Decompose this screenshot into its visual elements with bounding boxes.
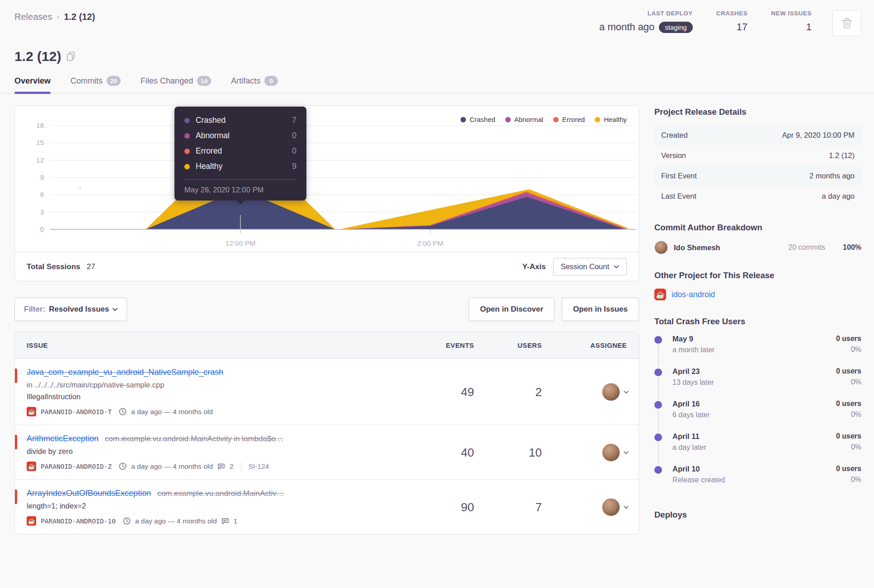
- legend-errored[interactable]: Errored: [553, 116, 585, 123]
- tab-commits-label: Commits: [70, 76, 103, 86]
- java-platform-icon: ☕: [654, 289, 666, 300]
- other-project-link[interactable]: idos-android: [672, 290, 715, 299]
- legend-abnormal[interactable]: Abnormal: [505, 116, 543, 123]
- filter-prefix: Filter:: [24, 305, 45, 314]
- open-in-discover-button[interactable]: Open in Discover: [469, 298, 554, 321]
- issues-filter-dropdown[interactable]: Filter: Resolved Issues: [14, 298, 127, 321]
- svg-text:12:00 PM: 12:00 PM: [226, 239, 255, 247]
- authors-title: Commit Author Breakdown: [654, 223, 861, 233]
- page-title: 1.2 (12): [14, 49, 61, 64]
- issue-title-link[interactable]: ArrayIndexOutOfBoundsException: [27, 489, 151, 498]
- detail-label: Last Event: [661, 192, 696, 201]
- tooltip-errored-value: 0: [292, 146, 296, 156]
- timeline-dot: [654, 336, 662, 344]
- issue-users-count: 2: [489, 385, 557, 399]
- sessions-chart-card: 18 15 12 9 6 3 0 0: [14, 105, 639, 281]
- chevron-down-icon[interactable]: [624, 391, 629, 394]
- col-users: Users: [489, 341, 557, 349]
- project-slug[interactable]: PARANOID-ANDROID-10: [41, 518, 116, 525]
- clock-icon: [123, 517, 131, 525]
- yaxis-label: Y-Axis: [522, 262, 546, 271]
- java-platform-icon: ☕: [27, 407, 36, 416]
- chevron-down-icon[interactable]: [624, 451, 629, 454]
- tab-artifacts[interactable]: Artifacts 0: [231, 76, 278, 93]
- author-name: Ido Shemesh: [674, 243, 782, 252]
- stat-last-deploy-value: a month ago: [599, 21, 654, 33]
- tooltip-abnormal-label: Abnormal: [196, 131, 286, 140]
- tooltip-crashed-dot: [184, 118, 190, 123]
- comments-icon: [217, 463, 225, 470]
- faint-zero-label: 0: [78, 184, 81, 191]
- project-slug[interactable]: PARANOID-ANDROID-T: [41, 408, 112, 415]
- timeline-percent: 0%: [836, 476, 861, 484]
- assignee-avatar[interactable]: [602, 498, 620, 516]
- detail-value: 2 months ago: [809, 172, 855, 180]
- assignee-avatar[interactable]: [602, 383, 620, 401]
- project-slug[interactable]: PARANOID-ANDROID-Z: [41, 463, 112, 470]
- breadcrumb-releases-link[interactable]: Releases: [14, 12, 52, 22]
- legend-healthy-dot: [595, 117, 600, 122]
- filter-value: Resolved Issues: [49, 305, 109, 314]
- timeline-sub: Release created: [672, 476, 725, 484]
- timeline-dot: [654, 369, 662, 376]
- timeline-percent: 0%: [836, 443, 861, 451]
- deploys-title: Deploys: [654, 510, 861, 520]
- timeline-users: 0 users: [836, 400, 861, 408]
- timeline-entry: April 11 a day later 0 users 0%: [654, 432, 861, 457]
- tooltip-errored-label: Errored: [196, 146, 286, 156]
- timeline-entry: May 9 a month later 0 users 0%: [654, 335, 861, 360]
- sessions-chart[interactable]: 18 15 12 9 6 3 0 0: [15, 106, 639, 252]
- tab-files-changed[interactable]: Files Changed 14: [141, 76, 211, 93]
- legend-healthy-label: Healthy: [604, 116, 627, 123]
- tab-artifacts-badge: 0: [264, 76, 278, 86]
- timeline-percent: 0%: [836, 378, 861, 386]
- tab-artifacts-label: Artifacts: [231, 76, 260, 86]
- comments-icon: [221, 518, 229, 525]
- chevron-down-icon[interactable]: [624, 506, 629, 509]
- issue-subtitle: divide by zero: [27, 447, 417, 456]
- legend-crashed-dot: [460, 117, 466, 122]
- stat-crashes-value: 17: [716, 21, 748, 33]
- legend-healthy[interactable]: Healthy: [595, 116, 627, 123]
- timeline-sub: a day later: [672, 443, 706, 452]
- crash-free-users-section: Total Crash Free Users May 9 a month lat…: [654, 317, 861, 490]
- stat-new-issues-value: 1: [771, 21, 812, 33]
- yaxis-select[interactable]: Session Count: [553, 258, 627, 275]
- java-platform-icon: ☕: [27, 462, 36, 471]
- legend-crashed[interactable]: Crashed: [460, 116, 495, 123]
- issues-table: Issue Events Users Assignee Java_com_exa…: [14, 332, 639, 534]
- open-in-issues-button[interactable]: Open in Issues: [562, 298, 639, 321]
- delete-release-button[interactable]: [832, 10, 861, 36]
- tooltip-healthy-dot: [184, 164, 190, 169]
- svg-text:3: 3: [40, 208, 44, 216]
- page-header: Releases › 1.2 (12) LAST DEPLOY a month …: [0, 0, 874, 36]
- copy-version-icon[interactable]: [66, 51, 75, 61]
- comments-count: 1: [234, 517, 238, 525]
- svg-text:0: 0: [40, 225, 44, 233]
- timeline-date: April 16: [672, 400, 710, 408]
- stat-new-issues-label: NEW ISSUES: [771, 10, 812, 17]
- breadcrumb-current: 1.2 (12): [64, 12, 95, 22]
- issue-row-2: ArithmeticException com.example.vu.andro…: [15, 425, 639, 480]
- timeline-dot: [654, 401, 662, 409]
- issue-subtitle: length=1; index=2: [27, 502, 417, 510]
- issues-table-header: Issue Events Users Assignee: [15, 332, 639, 359]
- total-sessions-label: Total Sessions: [27, 262, 80, 271]
- timeline-sub: a month later: [672, 346, 714, 354]
- tooltip-date: May 26, 2020 12:00 PM: [184, 179, 296, 194]
- release-tabs: Overview Commits 20 Files Changed 14 Art…: [0, 76, 874, 93]
- chevron-down-icon: [113, 308, 117, 311]
- tooltip-crashed-label: Crashed: [196, 116, 286, 125]
- tab-commits[interactable]: Commits 20: [70, 76, 121, 93]
- assignee-avatar[interactable]: [602, 443, 620, 462]
- stat-last-deploy: LAST DEPLOY a month ago staging: [599, 10, 693, 33]
- issue-title-link[interactable]: Java_com_example_vu_android_NativeSample…: [27, 368, 223, 377]
- col-assignee: Assignee: [557, 341, 639, 349]
- svg-text:12: 12: [36, 156, 44, 164]
- timeline-users: 0 users: [836, 335, 861, 343]
- timeline-sub: 13 days later: [672, 378, 714, 387]
- issue-title-link[interactable]: ArithmeticException: [27, 434, 99, 443]
- author-commits: 20 commits: [788, 243, 825, 252]
- tooltip-crashed-value: 7: [292, 116, 296, 125]
- tab-overview[interactable]: Overview: [14, 76, 51, 93]
